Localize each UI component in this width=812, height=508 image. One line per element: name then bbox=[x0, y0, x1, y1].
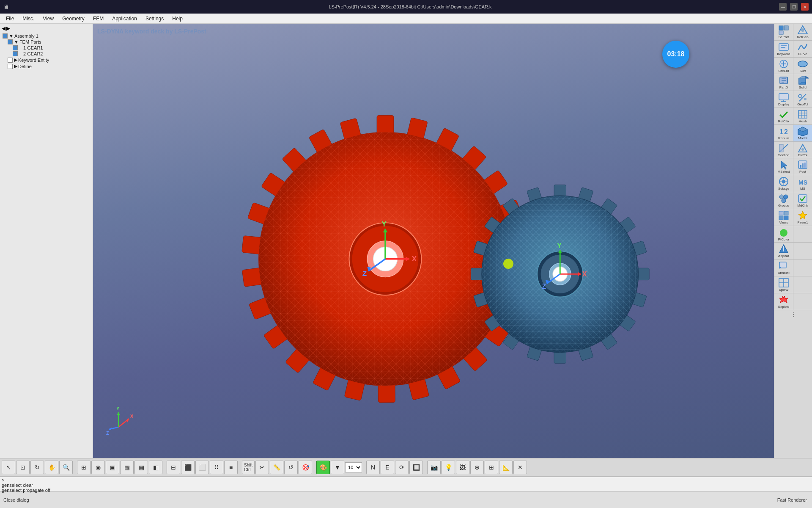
rp-post[interactable]: Post bbox=[793, 158, 812, 175]
tb-select-btn[interactable]: ↖ bbox=[2, 461, 15, 474]
tb-fit-btn[interactable]: ⊞ bbox=[77, 461, 91, 474]
rp-views[interactable]: Views bbox=[774, 209, 793, 226]
rp-row-13: PtColor bbox=[774, 226, 812, 243]
tb-elem-btn[interactable]: E bbox=[381, 461, 394, 474]
menu-settings[interactable]: Settings bbox=[141, 15, 168, 22]
rp-surf[interactable]: Surf bbox=[793, 58, 812, 75]
rp-eletol[interactable]: EleTol bbox=[793, 142, 812, 159]
define-expand-icon[interactable]: ▶ bbox=[14, 64, 17, 69]
rp-row-12: Views Favor1 bbox=[774, 209, 812, 226]
rp-refchk[interactable]: RefChk bbox=[774, 108, 793, 125]
rp-keyword[interactable]: Keyword bbox=[774, 41, 793, 58]
tb-box-btn[interactable]: ⊡ bbox=[16, 461, 30, 474]
nav-back-icon[interactable]: ◀ bbox=[2, 25, 5, 31]
rp-subsys[interactable]: Subsys bbox=[774, 175, 793, 192]
rp-empty-14 bbox=[793, 243, 812, 260]
rp-mesh[interactable]: Mesh bbox=[793, 108, 812, 125]
tb-wireframe-btn[interactable]: ⊟ bbox=[167, 461, 180, 474]
zoom-combo[interactable]: 102050100 bbox=[345, 462, 362, 472]
menu-fem[interactable]: FEM bbox=[89, 15, 108, 22]
tb-clip-btn[interactable]: ✂ bbox=[255, 461, 269, 474]
tb-light-btn[interactable]: 💡 bbox=[442, 461, 455, 474]
close-button[interactable]: ✕ bbox=[801, 3, 809, 11]
tb-zoom-btn[interactable]: 🔍 bbox=[59, 461, 73, 474]
tb-measure-btn[interactable]: 📏 bbox=[270, 461, 283, 474]
tb-right-btn[interactable]: ▦ bbox=[134, 461, 148, 474]
rp-mdchk[interactable]: MdChk bbox=[793, 192, 812, 209]
assembly-checkbox[interactable] bbox=[3, 33, 8, 39]
keyword-entity-expand-icon[interactable]: ▶ bbox=[14, 57, 17, 63]
tb-grid-btn[interactable]: ⊞ bbox=[485, 461, 498, 474]
tree-item-gear1[interactable]: 1 GEAR1 bbox=[12, 45, 91, 51]
restore-button[interactable]: ❐ bbox=[790, 3, 798, 11]
gear2-checkbox[interactable] bbox=[13, 51, 18, 56]
rp-exploid[interactable]: Exploid bbox=[774, 293, 793, 310]
tb-close-btn[interactable]: ✕ bbox=[513, 461, 527, 474]
menu-geometry[interactable]: Geometry bbox=[58, 15, 89, 22]
tree-item-gear2[interactable]: 2 GEAR2 bbox=[12, 51, 91, 57]
menu-misc[interactable]: Misc. bbox=[18, 15, 38, 22]
tb-transform-btn[interactable]: ⟳ bbox=[395, 461, 409, 474]
assembly-expand-icon[interactable]: ▼ bbox=[9, 33, 14, 39]
tb-dims-btn[interactable]: 📐 bbox=[499, 461, 513, 474]
tb-node-btn[interactable]: N bbox=[366, 461, 380, 474]
tb-refresh-btn[interactable]: ↺ bbox=[284, 461, 298, 474]
tb-snap-btn[interactable]: 🔲 bbox=[409, 461, 423, 474]
rp-groups[interactable]: Groups bbox=[774, 192, 793, 209]
tb-color-btn[interactable]: 🎨 bbox=[316, 461, 330, 474]
gear1-checkbox[interactable] bbox=[13, 45, 18, 50]
tb-keyboard-shortcut[interactable]: ShiftCtrl bbox=[242, 461, 255, 474]
rp-section[interactable]: Section bbox=[774, 142, 793, 159]
rp-renum[interactable]: 12 Renum bbox=[774, 125, 793, 142]
rp-annotat[interactable]: Annotat bbox=[774, 260, 793, 276]
rp-splitw[interactable]: SplitW bbox=[774, 276, 793, 293]
tree-item-fem-parts[interactable]: ▼ FEM Parts bbox=[7, 39, 91, 45]
viewport[interactable]: LS-DYNA keyword deck by LS-PrePost 03:18 bbox=[93, 24, 774, 458]
tb-iso-btn[interactable]: ◉ bbox=[91, 461, 105, 474]
tb-top-btn[interactable]: ▩ bbox=[120, 461, 134, 474]
tb-pts-btn[interactable]: ⠿ bbox=[210, 461, 223, 474]
rp-favor1[interactable]: Favor1 bbox=[793, 209, 812, 226]
femparts-checkbox[interactable] bbox=[8, 39, 13, 44]
rp-ms[interactable]: MS MS bbox=[793, 175, 812, 192]
tb-dropdown-btn[interactable]: ▼ bbox=[331, 461, 344, 474]
rp-separt[interactable]: SePart bbox=[774, 24, 793, 41]
menu-application[interactable]: Application bbox=[108, 15, 141, 22]
menu-view[interactable]: View bbox=[38, 15, 58, 22]
tb-back-btn[interactable]: ◧ bbox=[149, 461, 162, 474]
nav-forward-icon[interactable]: ▶ bbox=[6, 25, 10, 31]
tb-features-btn[interactable]: ≡ bbox=[224, 461, 238, 474]
tb-bg-btn[interactable]: 🖼 bbox=[456, 461, 469, 474]
tb-pan-btn[interactable]: ✋ bbox=[45, 461, 58, 474]
rp-curve[interactable]: Curve bbox=[793, 41, 812, 58]
rp-refgeo[interactable]: RefGeo bbox=[793, 24, 812, 41]
minimize-button[interactable]: — bbox=[779, 3, 787, 11]
menu-file[interactable]: File bbox=[2, 15, 18, 22]
tb-rotate-btn[interactable]: ↻ bbox=[30, 461, 44, 474]
rp-geotol[interactable]: GeoTol bbox=[793, 91, 812, 108]
close-dialog-btn[interactable]: Close dialog bbox=[0, 497, 772, 502]
tb-front-btn[interactable]: ▣ bbox=[106, 461, 119, 474]
rp-appear[interactable]: Appear bbox=[774, 243, 793, 260]
rp-model[interactable]: Model bbox=[793, 125, 812, 142]
rp-creent[interactable]: CreEnt bbox=[774, 58, 793, 75]
rp-ptcolor[interactable]: PtColor bbox=[774, 226, 793, 243]
tb-camera-btn[interactable]: 📷 bbox=[427, 461, 441, 474]
rp-scroll-down[interactable]: ⋮ bbox=[774, 310, 812, 319]
rp-partd[interactable]: PartD bbox=[774, 74, 793, 91]
define-checkbox[interactable] bbox=[8, 64, 13, 69]
tree-item-define[interactable]: ▶ Define bbox=[7, 63, 91, 69]
menu-help[interactable]: Help bbox=[168, 15, 187, 22]
rp-display[interactable]: Display bbox=[774, 91, 793, 108]
femparts-expand-icon[interactable]: ▼ bbox=[14, 39, 19, 44]
tb-render-btn[interactable]: 🎯 bbox=[299, 461, 312, 474]
keyword-entity-checkbox[interactable] bbox=[8, 58, 13, 63]
rp-solid[interactable]: Solid bbox=[793, 74, 812, 91]
tb-shaded-btn[interactable]: ⬛ bbox=[181, 461, 195, 474]
femparts-label: FEM Parts bbox=[19, 39, 41, 44]
tb-axis-btn[interactable]: ⊕ bbox=[470, 461, 484, 474]
tb-shadededge-btn[interactable]: ⬜ bbox=[195, 461, 209, 474]
tree-item-keyword-entity[interactable]: ▶ Keyword Entity bbox=[7, 57, 91, 63]
rp-mselect[interactable]: MSelect bbox=[774, 158, 793, 175]
tree-item-assembly[interactable]: ▼ Assembly 1 bbox=[2, 33, 91, 39]
